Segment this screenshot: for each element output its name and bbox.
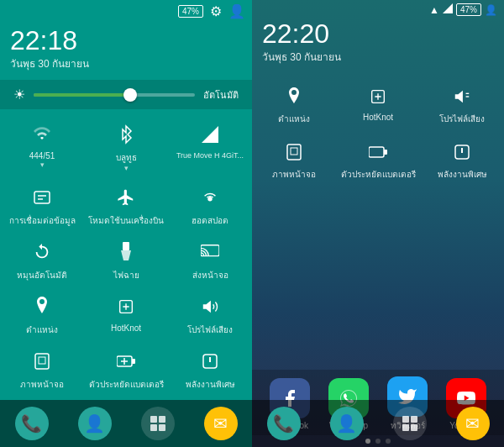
date-right: วันพุธ 30 กันยายน (262, 49, 494, 65)
rotate-icon (27, 237, 57, 267)
date-left: วันพุธ 30 กันยายน (10, 55, 242, 71)
toggle-wifi[interactable]: 444/51 ▾ (0, 113, 84, 176)
svg-rect-9 (39, 357, 45, 364)
brightness-thumb[interactable] (123, 88, 137, 102)
status-bar-right: ▲ 47% 👤 (252, 0, 504, 19)
toggle-signal[interactable]: True Move H 4GiT... (168, 113, 252, 176)
qs-power-special[interactable]: พลังงานพิเศษ (420, 130, 504, 186)
svg-rect-15 (159, 416, 165, 423)
toggle-rotate[interactable]: หมุนอัตโนมัติ (0, 230, 84, 285)
qs-location[interactable]: ตำแหน่ง (252, 75, 336, 130)
time-left: 22:18 (10, 26, 242, 55)
svg-rect-26 (384, 150, 387, 155)
toggle-bluetooth[interactable]: บลูทูธ ▾ (84, 113, 168, 176)
svg-rect-3 (123, 242, 129, 250)
time-right: 22:20 (262, 19, 494, 49)
toggle-hotknot-left[interactable]: HotKnot (84, 285, 168, 339)
brightness-control[interactable]: ☀ อัตโนมัติ (0, 80, 252, 109)
toggle-screenshot[interactable]: ภาพหน้าจอ (0, 339, 84, 394)
location-icon-left (27, 292, 57, 322)
toggle-battery-saver[interactable]: ตัวประหยัดแบตเตอรี (84, 339, 168, 394)
time-block-right: 22:20 วันพุธ 30 กันยายน (252, 19, 504, 71)
status-icons-right: ▲ 47% 👤 (429, 3, 497, 16)
toggle-location[interactable]: ตำแหน่ง (0, 285, 84, 339)
svg-rect-24 (291, 148, 297, 155)
toggle-cast-label: ส่งหน้าจอ (192, 269, 228, 281)
toggle-flashlight-label: ไฟฉาย (113, 269, 139, 281)
qs-row-1: ตำแหน่ง HotKnot โปรไฟล์เสียง (252, 75, 504, 130)
dock-apps-right[interactable] (393, 407, 427, 440)
brightness-icon: ☀ (13, 87, 25, 103)
toggle-cast[interactable]: ส่งหน้าจอ (168, 230, 252, 285)
account-icon-left[interactable]: 👤 (228, 3, 245, 19)
power-icon-right (449, 139, 475, 166)
qs-location-label: ตำแหน่ง (278, 113, 310, 125)
qs-hotknot-label: HotKnot (363, 113, 393, 122)
power-icon-left (195, 346, 225, 376)
svg-rect-8 (35, 354, 49, 369)
toggle-rotate-label: หมุนอัตโนมัติ (17, 269, 67, 281)
qs-hotknot[interactable]: HotKnot (336, 75, 420, 130)
qs-battery-label: ตัวประหยัดแบตเตอรี (341, 168, 416, 181)
battery-saver-icon (111, 346, 141, 376)
hotknot-icon-right (365, 83, 391, 110)
svg-rect-32 (402, 424, 409, 431)
toggle-hotspot-label: ฮอตสปอต (192, 214, 228, 227)
dock-email-left[interactable]: ✉ (204, 407, 238, 440)
dock-phone-left[interactable]: 📞 (15, 407, 49, 440)
svg-rect-17 (159, 424, 165, 431)
dock-phone-right[interactable]: 📞 (267, 407, 301, 440)
quick-settings-right: ตำแหน่ง HotKnot โปรไฟล์เสียง (252, 71, 504, 370)
brightness-fill (34, 93, 130, 97)
dock-email-right[interactable]: ✉ (456, 407, 490, 440)
toggles-grid-left: 444/51 ▾ บลูทูธ ▾ True Move H 4GiT... กา… (0, 109, 252, 397)
signal-icon (195, 119, 225, 150)
toggle-sound-label: โปรไฟล์เสียง (187, 323, 233, 336)
dock-contacts-right[interactable]: 👤 (330, 407, 364, 440)
right-home-panel: ▲ 47% 👤 22:20 วันพุธ 30 กันยายน ตำแหน่ง (252, 0, 504, 447)
toggle-sound[interactable]: โปรไฟล์เสียง (168, 285, 252, 339)
qs-power-label: พลังงานพิเศษ (438, 168, 487, 181)
toggle-bt-sublabel: ▾ (124, 164, 129, 172)
qs-battery-saver[interactable]: ตัวประหยัดแบตเตอรี (336, 130, 420, 186)
qs-screenshot-label: ภาพหน้าจอ (272, 168, 316, 181)
battery-left: 47% (178, 5, 203, 18)
airplane-icon (111, 182, 141, 213)
dock-contacts-left[interactable]: 👤 (78, 407, 112, 440)
cast-icon (195, 237, 225, 267)
status-bar-left: 47% ⚙ 👤 (0, 0, 252, 23)
toggle-flashlight[interactable]: ไฟฉาย (84, 230, 168, 285)
toggle-data[interactable]: การเชื่อมต่อข้อมูล (0, 176, 84, 230)
wifi-icon (27, 119, 57, 150)
svg-rect-14 (150, 416, 157, 423)
battery-saver-icon-right (365, 139, 391, 166)
toggle-airplane[interactable]: โหมดใช้บนเครื่องบิน (84, 176, 168, 230)
svg-rect-23 (287, 145, 301, 160)
svg-rect-30 (402, 416, 409, 423)
svg-marker-7 (203, 301, 211, 313)
svg-rect-25 (369, 147, 384, 157)
svg-rect-11 (132, 359, 135, 364)
sound-icon-left (195, 292, 225, 322)
brightness-label: อัตโนมัติ (203, 87, 239, 103)
settings-icon-left[interactable]: ⚙ (210, 3, 222, 19)
time-block-left: 22:18 วันพุธ 30 กันยายน (0, 23, 252, 80)
dock-apps-left[interactable] (141, 407, 175, 440)
toggle-power-special[interactable]: พลังงานพิเศษ (168, 339, 252, 394)
data-icon (27, 182, 57, 213)
account-icon-right[interactable]: 👤 (485, 4, 497, 16)
qs-screenshot[interactable]: ภาพหน้าจอ (252, 130, 336, 186)
screenshot-icon-right (281, 139, 307, 166)
qs-sound[interactable]: โปรไฟล์เสียง (420, 75, 504, 130)
toggle-hotspot[interactable]: ฮอตสปอต (168, 176, 252, 230)
dock-right: 📞 👤 ✉ (252, 400, 504, 447)
toggle-airplane-label: โหมดใช้บนเครื่องบิน (88, 214, 164, 227)
toggle-bt-label: บลูทูธ (116, 151, 137, 164)
toggle-signal-label: True Move H 4GiT... (176, 151, 244, 160)
toggle-screenshot-label: ภาพหน้าจอ (20, 378, 64, 391)
svg-rect-1 (34, 192, 50, 203)
svg-rect-16 (150, 424, 157, 431)
hotknot-icon-left (111, 292, 141, 322)
brightness-track[interactable] (34, 93, 195, 97)
svg-marker-20 (455, 91, 463, 103)
